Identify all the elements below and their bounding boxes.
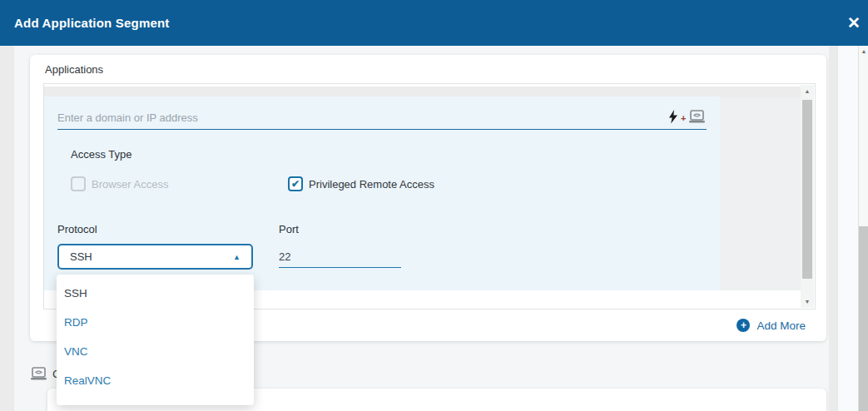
add-application-segment-modal: Add Application Segment ✕ ▲ Applications… bbox=[0, 0, 868, 411]
plus-icon[interactable]: + bbox=[681, 114, 686, 123]
protocol-option-realvnc[interactable]: RealVNC bbox=[57, 366, 254, 395]
protocol-option-vnc[interactable]: VNC bbox=[57, 337, 254, 366]
add-more-label: Add More bbox=[756, 319, 806, 332]
chevron-up-icon: ▲ bbox=[233, 253, 241, 261]
add-more-button[interactable]: + Add More bbox=[737, 319, 806, 332]
protocol-dropdown-menu: SSH RDP VNC RealVNC bbox=[57, 275, 254, 405]
protocol-label: Protocol bbox=[57, 223, 97, 235]
applications-label: Applications bbox=[45, 63, 103, 76]
lightning-bolt-icon[interactable] bbox=[668, 110, 678, 124]
page-scrollbar[interactable]: ▲ bbox=[858, 46, 868, 411]
application-entry-panel: + Access Type Browser Access bbox=[44, 97, 720, 290]
scroll-down-icon[interactable]: ▼ bbox=[801, 299, 814, 305]
protocol-select[interactable]: SSH ▲ bbox=[57, 244, 253, 270]
scroll-up-icon[interactable]: ▲ bbox=[801, 88, 814, 94]
checkbox-checked-icon[interactable]: ✔ bbox=[288, 176, 303, 191]
checkbox-unchecked-icon[interactable] bbox=[71, 176, 86, 191]
protocol-selected-value: SSH bbox=[70, 250, 233, 263]
page-scrollbar-thumb[interactable] bbox=[859, 226, 868, 411]
add-circle-icon[interactable]: + bbox=[737, 319, 750, 332]
page-right-column bbox=[837, 46, 858, 411]
access-type-label: Access Type bbox=[71, 148, 131, 161]
laptop-icon bbox=[30, 367, 47, 381]
browser-access-checkbox[interactable]: Browser Access bbox=[71, 176, 168, 191]
applications-scrollbar-thumb[interactable] bbox=[802, 100, 812, 279]
protocol-option-ssh[interactable]: SSH bbox=[57, 279, 254, 308]
domain-field-icons: + bbox=[668, 107, 708, 126]
scroll-up-icon[interactable]: ▲ bbox=[859, 48, 868, 54]
domain-input[interactable] bbox=[57, 106, 707, 130]
browser-access-label: Browser Access bbox=[92, 178, 168, 191]
port-input[interactable] bbox=[279, 246, 401, 268]
modal-header: Add Application Segment ✕ bbox=[0, 0, 868, 46]
close-icon[interactable]: ✕ bbox=[843, 0, 865, 46]
protocol-option-rdp[interactable]: RDP bbox=[57, 308, 254, 337]
applications-scrollbar[interactable]: ▲ ▼ bbox=[801, 85, 814, 308]
modal-title: Add Application Segment bbox=[14, 16, 170, 30]
privileged-remote-access-label: Privileged Remote Access bbox=[309, 178, 434, 191]
laptop-icon[interactable] bbox=[688, 110, 706, 124]
access-type-options: Browser Access ✔ Privileged Remote Acces… bbox=[71, 176, 703, 193]
port-label: Port bbox=[279, 223, 299, 235]
privileged-remote-access-checkbox[interactable]: ✔ Privileged Remote Access bbox=[288, 176, 434, 191]
